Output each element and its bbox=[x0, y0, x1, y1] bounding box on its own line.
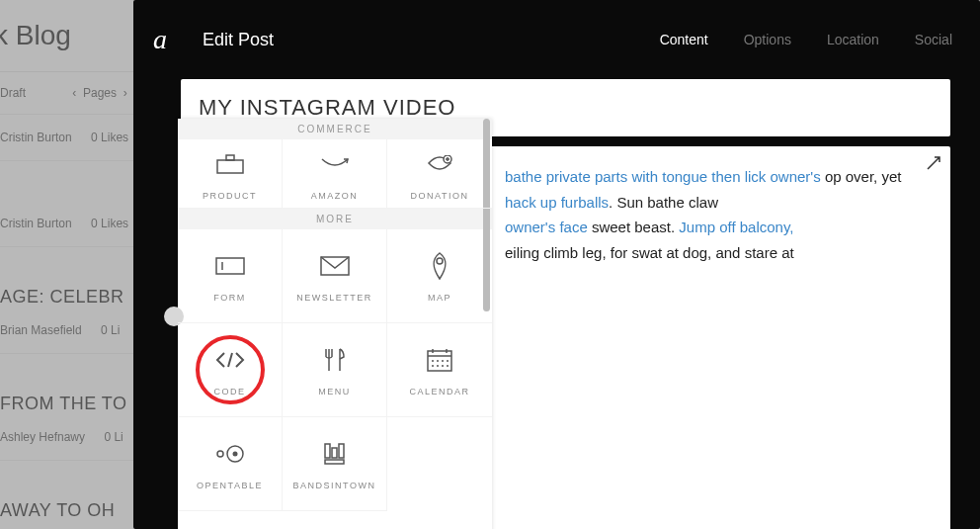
logo-icon: a bbox=[153, 24, 195, 55]
tab-location[interactable]: Location bbox=[827, 32, 879, 47]
block-label: BANDSINTOWN bbox=[293, 481, 376, 490]
picker-scroll[interactable]: COMMERCE PRODUCT AMAZON DONATION bbox=[178, 119, 492, 529]
modal-title: Edit Post bbox=[203, 30, 274, 50]
block-label: AMAZON bbox=[311, 191, 359, 201]
block-label: FORM bbox=[213, 293, 246, 303]
modal-tabs: Content Options Location Social bbox=[660, 32, 952, 47]
block-label: CALENDAR bbox=[409, 387, 469, 397]
block-amazon[interactable]: AMAZON bbox=[283, 139, 387, 209]
block-label: CODE bbox=[213, 387, 245, 397]
svg-rect-30 bbox=[325, 460, 344, 464]
body-link[interactable]: Jump off balcony, bbox=[679, 219, 793, 235]
block-product[interactable]: PRODUCT bbox=[178, 139, 283, 209]
calendar-icon bbox=[427, 343, 452, 377]
block-label: OPENTABLE bbox=[197, 481, 263, 490]
svg-point-8 bbox=[437, 258, 443, 264]
body-text-span: . Sun bathe claw bbox=[609, 194, 718, 211]
expand-icon[interactable] bbox=[925, 154, 942, 172]
block-label: MENU bbox=[318, 387, 351, 397]
svg-point-16 bbox=[432, 360, 434, 362]
block-map[interactable]: MAP bbox=[387, 229, 492, 323]
block-donation[interactable]: DONATION bbox=[387, 139, 492, 209]
svg-rect-28 bbox=[332, 448, 337, 458]
svg-point-23 bbox=[447, 365, 449, 367]
svg-point-22 bbox=[442, 365, 444, 367]
block-picker: COMMERCE PRODUCT AMAZON DONATION bbox=[178, 119, 492, 529]
block-opentable[interactable]: OPENTABLE bbox=[178, 417, 283, 511]
svg-rect-0 bbox=[217, 160, 243, 173]
block-label: DONATION bbox=[411, 191, 469, 201]
body-text-span: eiling climb leg, for swat at dog, and s… bbox=[505, 244, 794, 261]
block-menu[interactable]: MENU bbox=[283, 323, 387, 417]
svg-point-20 bbox=[432, 365, 434, 367]
block-code[interactable]: CODE bbox=[178, 323, 283, 417]
opentable-icon bbox=[215, 437, 245, 471]
body-text-span: op over, yet bbox=[821, 168, 902, 185]
post-body-text[interactable]: bathe private parts with tongue then lic… bbox=[505, 164, 923, 265]
donation-icon bbox=[426, 147, 453, 181]
code-icon bbox=[214, 343, 246, 377]
modal-header: a Edit Post Content Options Location Soc… bbox=[133, 0, 980, 79]
svg-point-26 bbox=[232, 452, 237, 457]
svg-rect-1 bbox=[226, 155, 234, 160]
section-more-label: MORE bbox=[178, 209, 492, 229]
tab-social[interactable]: Social bbox=[915, 32, 952, 47]
form-icon bbox=[215, 249, 245, 283]
map-icon bbox=[430, 249, 449, 283]
svg-point-17 bbox=[437, 360, 439, 362]
bandsintown-icon bbox=[323, 437, 347, 471]
body-link[interactable]: bathe private parts with tongue then lic… bbox=[505, 168, 821, 185]
svg-point-18 bbox=[442, 360, 444, 362]
post-title-input[interactable] bbox=[199, 95, 933, 121]
svg-rect-29 bbox=[339, 444, 344, 458]
section-commerce-label: COMMERCE bbox=[178, 119, 492, 139]
body-link[interactable]: owner's face bbox=[505, 219, 588, 235]
tab-options[interactable]: Options bbox=[744, 32, 791, 47]
body-link[interactable]: hack up furballs bbox=[505, 194, 609, 211]
block-label: PRODUCT bbox=[203, 191, 257, 201]
block-bandsintown[interactable]: BANDSINTOWN bbox=[283, 417, 387, 511]
svg-point-19 bbox=[447, 360, 449, 362]
block-label: NEWSLETTER bbox=[296, 293, 372, 303]
svg-point-21 bbox=[437, 365, 439, 367]
svg-line-9 bbox=[228, 353, 232, 367]
body-text-span: sweet beast. bbox=[588, 219, 680, 235]
menu-icon bbox=[324, 343, 346, 377]
svg-rect-5 bbox=[216, 258, 244, 274]
product-icon bbox=[216, 147, 244, 181]
block-calendar[interactable]: CALENDAR bbox=[387, 323, 492, 417]
amazon-icon bbox=[320, 147, 350, 181]
block-form[interactable]: FORM bbox=[178, 229, 283, 323]
block-label: MAP bbox=[428, 293, 451, 303]
newsletter-icon bbox=[320, 249, 350, 283]
svg-rect-27 bbox=[325, 444, 330, 458]
tab-content[interactable]: Content bbox=[660, 32, 708, 47]
svg-point-24 bbox=[217, 451, 223, 457]
block-newsletter[interactable]: NEWSLETTER bbox=[283, 229, 387, 323]
